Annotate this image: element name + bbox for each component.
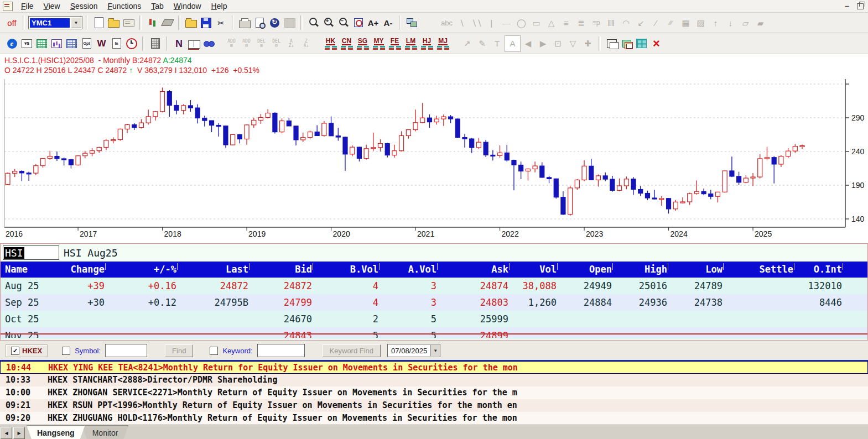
edit-chart-tool[interactable]: ✎	[475, 36, 490, 51]
option-doc-button[interactable]: Opt	[79, 36, 94, 51]
delete-row-button[interactable]: DEL ⊟	[269, 36, 284, 51]
table-row[interactable]: Oct 25246702525999	[1, 311, 867, 327]
open-file-button[interactable]	[184, 15, 199, 30]
market-mj-button[interactable]: MJ	[435, 36, 451, 51]
shift-down-tool[interactable]: ↓	[723, 15, 738, 30]
font-decrease-button[interactable]: A-	[381, 15, 396, 30]
tab-hangseng[interactable]: Hangseng	[27, 425, 85, 439]
market-hj-button[interactable]: HJ	[419, 36, 435, 51]
keyword-filter-checkbox[interactable]	[210, 347, 218, 355]
quote-table-button[interactable]	[34, 36, 49, 51]
annotation-text-tool[interactable]: abc	[439, 15, 454, 30]
market-sg-button[interactable]: SG	[355, 36, 371, 51]
arc-tool[interactable]: ◠	[618, 15, 633, 30]
find-button[interactable]: Find	[165, 344, 193, 357]
pan-tool[interactable]: ✚	[580, 36, 595, 51]
keyword-filter-input[interactable]	[257, 344, 305, 357]
tab-scroll-right-button[interactable]: ▶	[13, 427, 25, 439]
close-window-button[interactable]: ×	[649, 36, 664, 51]
hkex-checkbox[interactable]: ✓	[11, 347, 19, 355]
market-lm-button[interactable]: LM	[403, 36, 419, 51]
web-browser-button[interactable]: e	[4, 36, 19, 51]
menu-item-file[interactable]: File	[16, 1, 39, 12]
save-button[interactable]	[199, 15, 214, 30]
table-row[interactable]: Aug 25+39+0.162487224872432487438,088249…	[1, 278, 867, 294]
new-document-button[interactable]	[91, 15, 106, 30]
layer-windows-button[interactable]	[619, 36, 634, 51]
ellipse-tool[interactable]: ◯	[514, 15, 529, 30]
restore-button[interactable]	[857, 3, 864, 9]
vertical-grid-tool[interactable]: ‖‖	[604, 15, 618, 30]
calculator-button[interactable]	[148, 36, 163, 51]
news-reader-button[interactable]	[186, 36, 201, 51]
symbol-filter-checkbox[interactable]	[62, 347, 70, 355]
draw-pointer-button[interactable]	[160, 15, 175, 30]
menu-item-help[interactable]: Help	[206, 1, 232, 12]
delete-column-button[interactable]: DEL ⊞	[254, 36, 269, 51]
cascade-windows-button[interactable]	[604, 36, 619, 51]
menu-item-view[interactable]: View	[39, 1, 65, 12]
tab-monitor[interactable]: Monitor	[82, 425, 129, 439]
rectangle-tool[interactable]: ▭	[529, 15, 544, 30]
news-item[interactable]: 10:44HKEX YING KEE TEA<8241>Monthly Retu…	[0, 361, 868, 374]
table-row[interactable]: Sep 25+30+0.1224795B2479943248031,260248…	[1, 294, 867, 311]
placeholder-button[interactable]	[282, 15, 297, 30]
add-column-button[interactable]: ADD ⊞	[224, 36, 239, 51]
news-item[interactable]: 09:20HKEX ZHUGUANG HOLD<1176>Monthly Ret…	[0, 412, 868, 425]
sort-ascending-button[interactable]: A Z↓	[284, 36, 299, 51]
cut-button[interactable]: ✂	[214, 15, 228, 30]
symbol-combo[interactable]: YMC1▼	[28, 16, 82, 29]
speed-lines-tool[interactable]: ≣	[574, 15, 589, 30]
fan-lines-tool[interactable]: ∕∕∕	[663, 15, 678, 30]
vertical-line-tool[interactable]: |	[484, 15, 499, 30]
percent-lines-tool[interactable]: ≡p	[589, 15, 604, 30]
chart-window-button[interactable]	[49, 36, 64, 51]
retracement-lines-tool[interactable]: ≡	[559, 15, 574, 30]
alarm-clock-button[interactable]	[124, 36, 139, 51]
arrow-tool[interactable]: ↙	[633, 15, 648, 30]
font-increase-button[interactable]: A+	[366, 15, 381, 30]
print-preview-button[interactable]	[252, 15, 267, 30]
symbol-filter-input[interactable]	[105, 344, 147, 357]
chevron-down-icon[interactable]: ▼	[71, 17, 81, 28]
news-item[interactable]: 09:21HKEX RSUN PPT<1996>Monthly Return o…	[0, 399, 868, 412]
option-table-button[interactable]	[64, 36, 79, 51]
menu-item-functions[interactable]: Functions	[103, 1, 147, 12]
candlestick-mode-button[interactable]	[145, 15, 160, 30]
triangle-tool[interactable]: △	[544, 15, 559, 30]
news-date-picker[interactable]: 07/08/2025 ▼	[387, 344, 440, 357]
funnel-tool[interactable]: ▽	[565, 36, 580, 51]
connection-off-button[interactable]: off	[4, 15, 19, 30]
keyword-find-button[interactable]: Keyword Find	[323, 344, 381, 357]
market-cn-button[interactable]: CN	[339, 36, 355, 51]
trend-line-tool[interactable]: ∖	[454, 15, 469, 30]
page-back-button[interactable]: ◀	[521, 36, 536, 51]
parallel-lines-tool[interactable]: ∖∖	[469, 15, 484, 30]
open-folder-button[interactable]	[106, 15, 121, 30]
index-doc-button[interactable]: In	[109, 36, 124, 51]
ray-tool[interactable]: ∕	[648, 15, 663, 30]
hatch-tool[interactable]: ▨	[693, 15, 708, 30]
refresh-button[interactable]	[267, 15, 282, 30]
search-binoculars-button[interactable]	[201, 36, 216, 51]
font-tool[interactable]: A	[505, 35, 521, 52]
add-row-button[interactable]: ADD ⊟	[239, 36, 254, 51]
chevron-down-icon[interactable]: ▼	[430, 345, 440, 356]
minimize-button[interactable]: –	[845, 2, 849, 11]
warrant-button[interactable]: W	[94, 36, 109, 51]
grid-tool[interactable]: ▦	[678, 15, 693, 30]
menu-item-tab[interactable]: Tab	[146, 1, 169, 12]
line-chart-tool[interactable]: ↗	[460, 36, 475, 51]
send-card-button[interactable]	[121, 15, 136, 30]
zoom-out-button[interactable]: −	[336, 15, 351, 30]
text-tool[interactable]: T	[490, 36, 505, 51]
zoom-region-tool[interactable]: ⊡	[550, 36, 565, 51]
zoom-in-button[interactable]: +	[321, 15, 336, 30]
tile-windows-button[interactable]	[634, 36, 649, 51]
eraser-all-tool[interactable]: ▰	[753, 15, 768, 30]
symbol-input[interactable]: HSI	[3, 245, 59, 260]
crosshair-button[interactable]	[351, 15, 366, 30]
menu-item-window[interactable]: Window	[169, 1, 206, 12]
page-forward-button[interactable]: ▶	[536, 36, 550, 51]
news-item[interactable]: 10:33HKEX STANCHART<2888>Director/PDMR S…	[0, 374, 868, 386]
